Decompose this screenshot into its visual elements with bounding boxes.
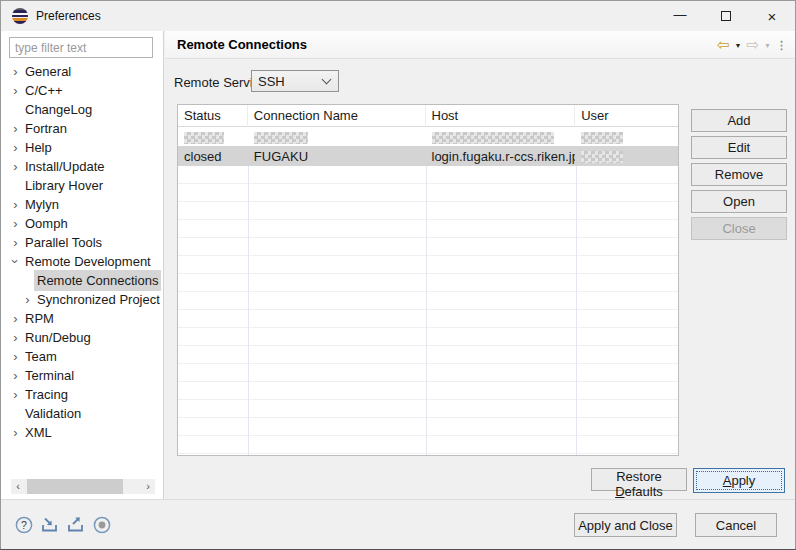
tree-item[interactable]: › Remote Development xyxy=(1,252,162,271)
tree-item-label: XML xyxy=(22,422,55,443)
tree-item[interactable]: Library Hover xyxy=(1,176,162,195)
table-cell xyxy=(248,129,426,144)
tree-item[interactable]: › Synchronized Project xyxy=(1,290,162,309)
scroll-right-icon[interactable]: › xyxy=(141,479,155,494)
tree-horizontal-scrollbar[interactable]: ‹ › xyxy=(11,479,155,494)
table-cell xyxy=(426,129,576,144)
tree-item-label: Parallel Tools xyxy=(22,232,105,253)
tree-item[interactable]: › Oomph xyxy=(1,214,162,233)
close-button[interactable]: × xyxy=(749,1,795,31)
column-header[interactable]: User xyxy=(575,105,678,127)
twisty-icon[interactable]: › xyxy=(9,310,22,327)
tree-item[interactable]: Remote Connections xyxy=(1,271,162,290)
tree-item[interactable]: › Run/Debug xyxy=(1,328,162,347)
tree-item-label: Validation xyxy=(22,403,84,424)
scrollbar-thumb[interactable] xyxy=(27,479,123,494)
tree-item[interactable]: › Help xyxy=(1,138,162,157)
tree-item-label: Team xyxy=(22,346,60,367)
tree-item[interactable]: › Fortran xyxy=(1,119,162,138)
twisty-icon[interactable]: › xyxy=(9,386,22,403)
twisty-icon[interactable]: › xyxy=(9,120,22,137)
tree-item[interactable]: › Parallel Tools xyxy=(1,233,162,252)
twisty-icon[interactable]: › xyxy=(9,215,22,232)
tree-item[interactable]: › Install/Update xyxy=(1,157,162,176)
column-divider xyxy=(576,127,577,455)
apply-and-close-button[interactable]: Apply and Close xyxy=(574,513,677,537)
tree-item[interactable]: › General xyxy=(1,62,162,81)
tree-item-label: Help xyxy=(22,137,55,158)
preferences-sidebar: › General › C/C++ ChangeLog › Fortran › … xyxy=(1,31,164,499)
tree-item[interactable]: › RPM xyxy=(1,309,162,328)
action-button[interactable]: Add xyxy=(691,109,787,132)
action-button[interactable]: Open xyxy=(691,190,787,213)
tree-item[interactable]: › Terminal xyxy=(1,366,162,385)
view-menu-icon[interactable]: ⋮ xyxy=(776,39,787,52)
forward-icon[interactable]: ⇨ xyxy=(746,36,759,54)
table-cell: closed xyxy=(178,149,248,164)
tree-item[interactable]: › Team xyxy=(1,347,162,366)
tree-item[interactable]: ChangeLog xyxy=(1,100,162,119)
connection-actions: AddEditRemoveOpenClose xyxy=(691,109,787,244)
column-header[interactable]: Status xyxy=(178,105,248,127)
tree-item-label: C/C++ xyxy=(22,80,66,101)
eclipse-logo-icon xyxy=(12,8,28,24)
twisty-icon[interactable]: › xyxy=(9,367,22,384)
scroll-left-icon[interactable]: ‹ xyxy=(11,479,25,494)
tree-item[interactable]: › XML xyxy=(1,423,162,442)
twisty-icon[interactable]: › xyxy=(9,139,22,156)
preferences-tree: › General › C/C++ ChangeLog › Fortran › … xyxy=(1,62,162,473)
tree-item-label: Remote Connections xyxy=(34,270,161,291)
page-title: Remote Connections xyxy=(177,37,307,52)
tree-item-label: Install/Update xyxy=(22,156,108,177)
twisty-icon[interactable]: › xyxy=(9,234,22,251)
tree-item-label: Terminal xyxy=(22,365,77,386)
back-menu-icon[interactable]: ▼ xyxy=(735,42,742,49)
filter-input[interactable] xyxy=(9,37,153,58)
dialog-footer: ? xyxy=(1,499,795,549)
action-button[interactable]: Close xyxy=(691,217,787,240)
tree-item-label: Mylyn xyxy=(22,194,62,215)
action-button[interactable]: Remove xyxy=(691,163,787,186)
tree-item[interactable]: Validation xyxy=(1,404,162,423)
tree-item-label: Library Hover xyxy=(22,175,106,196)
connections-table: StatusConnection NameHostUser closedFUGA… xyxy=(177,104,679,456)
column-header[interactable]: Host xyxy=(426,105,576,127)
tree-item[interactable]: › C/C++ xyxy=(1,81,162,100)
apply-button[interactable]: Apply xyxy=(693,468,785,493)
record-icon[interactable] xyxy=(93,516,111,534)
cancel-button[interactable]: Cancel xyxy=(695,513,777,537)
maximize-button[interactable] xyxy=(703,1,749,31)
back-icon[interactable]: ⇦ xyxy=(717,36,730,54)
table-row[interactable] xyxy=(178,127,678,146)
column-header[interactable]: Connection Name xyxy=(248,105,426,127)
minimize-icon: — xyxy=(674,7,687,22)
help-icon[interactable]: ? xyxy=(15,516,33,534)
action-button[interactable]: Edit xyxy=(691,136,787,159)
twisty-icon[interactable]: › xyxy=(9,158,22,175)
twisty-icon[interactable]: › xyxy=(9,329,22,346)
export-preferences-icon[interactable] xyxy=(67,517,85,533)
forward-menu-icon[interactable]: ▼ xyxy=(764,42,771,49)
twisty-icon[interactable]: › xyxy=(9,348,22,365)
titlebar[interactable]: Preferences — × xyxy=(1,1,795,31)
remote-services-select[interactable]: SSH xyxy=(251,70,339,92)
restore-defaults-button[interactable]: Restore Defaults xyxy=(591,468,687,491)
table-cell xyxy=(178,129,248,144)
table-row[interactable]: closedFUGAKUlogin.fugaku.r-ccs.riken.jp xyxy=(178,146,678,166)
minimize-button[interactable]: — xyxy=(657,1,703,31)
tree-item-label: Run/Debug xyxy=(22,327,94,348)
twisty-icon[interactable]: › xyxy=(21,291,34,308)
twisty-icon[interactable]: › xyxy=(9,63,22,80)
twisty-icon[interactable]: › xyxy=(9,424,22,441)
twisty-icon[interactable]: › xyxy=(9,82,22,99)
import-preferences-icon[interactable] xyxy=(41,517,59,533)
window-title: Preferences xyxy=(36,9,101,23)
twisty-icon[interactable]: › xyxy=(7,255,24,268)
redacted-text xyxy=(581,132,623,144)
twisty-icon[interactable]: › xyxy=(9,196,22,213)
tree-item[interactable]: › Mylyn xyxy=(1,195,162,214)
chevron-down-icon xyxy=(322,75,332,85)
scrollbar-track[interactable] xyxy=(25,479,141,494)
tree-item[interactable]: › Tracing xyxy=(1,385,162,404)
tree-item-label: Fortran xyxy=(22,118,70,139)
